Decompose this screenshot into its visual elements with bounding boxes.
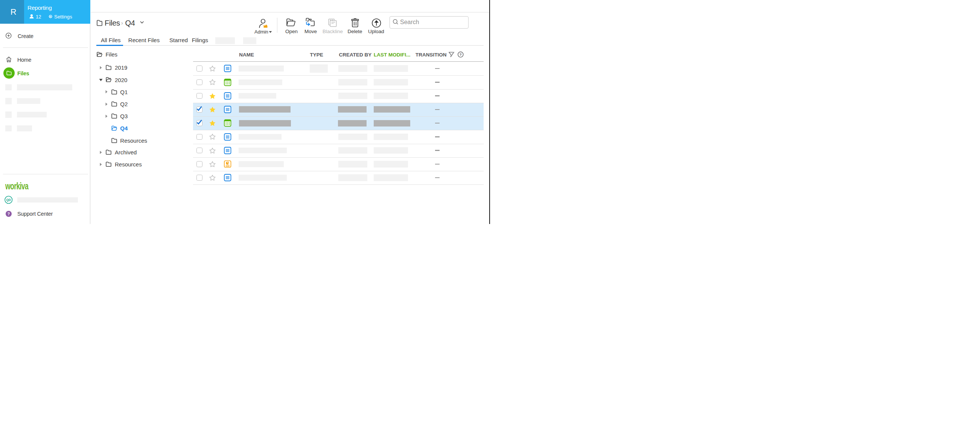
- svg-text:?: ?: [460, 52, 462, 56]
- svg-text:QD: QD: [6, 198, 11, 202]
- svg-text:?: ?: [8, 211, 10, 216]
